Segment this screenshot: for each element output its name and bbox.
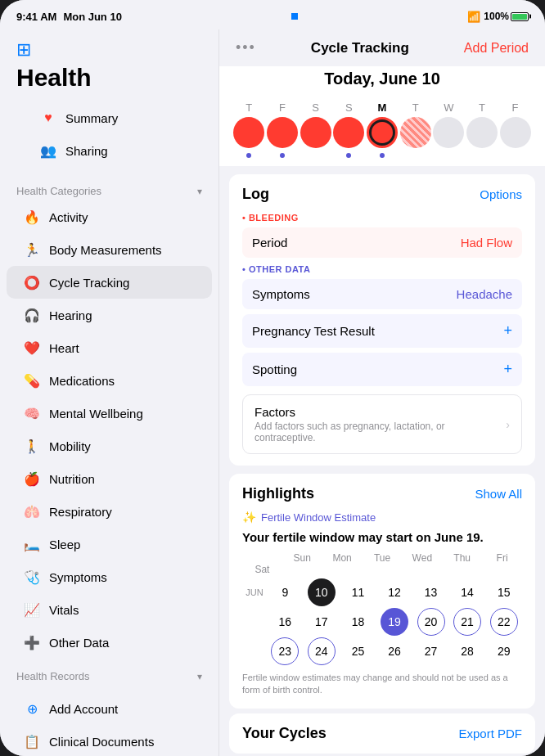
activity-icon: 🔥 [23,208,41,226]
cal-cell-14[interactable]: 14 [453,578,481,606]
dot-f2 [500,153,531,158]
sidebar-item-body[interactable]: 🏃 Body Measurements [7,233,212,266]
sidebar-item-vitals[interactable]: 📈 Vitals [7,593,212,626]
sidebar-header: ⊞ Health ♥ Summary 👥 Sharing [0,29,218,173]
day-label-s1: S [300,101,331,114]
cal-cell-13[interactable]: 13 [417,578,445,606]
cal-cell-29[interactable]: 29 [490,637,518,665]
calendar-strip[interactable]: T F S S M T W T F [219,101,545,166]
cal-cell-18[interactable]: 18 [344,608,372,636]
cal-cell-16[interactable]: 16 [271,608,299,636]
log-row-spotting[interactable]: Spotting + [242,353,522,386]
status-bar: 9:41 AM Mon Jun 10 📶 100% [0,0,545,29]
sidebar-item-sleep[interactable]: 🛏️ Sleep [7,528,212,560]
sidebar-item-add-account[interactable]: ⊕ Add Account [7,692,212,725]
sidebar-item-other[interactable]: ➕ Other Data [7,626,212,659]
cal-cell-12[interactable]: 12 [381,578,408,606]
day-circle-t1[interactable] [233,117,264,148]
highlights-header: Highlights Show All [242,485,522,502]
day-circle-t2[interactable] [400,117,431,148]
mobility-icon: 🚶 [23,437,41,455]
dot [246,153,251,158]
cal-cell-27[interactable]: 27 [417,637,445,665]
cal-cell-9[interactable]: 9 [271,578,299,606]
add-period-button[interactable]: Add Period [464,41,529,56]
sidebar-item-hearing[interactable]: 🎧 Hearing [7,299,212,331]
spotting-label: Spotting [252,362,297,376]
summary-label: Summary [65,111,118,125]
log-title: Log [242,186,269,203]
fertile-icon: ✨ [242,511,256,524]
heart-label: Heart [49,341,79,355]
heart-icon: ❤️ [23,339,41,357]
day-labels-row: T F S S M T W T F [232,101,532,114]
day-label-s2: S [333,101,364,114]
factors-sublabel: Add factors such as pregnancy, lactation… [254,421,506,443]
sidebar-item-activity[interactable]: 🔥 Activity [7,200,212,233]
log-row-pregnancy[interactable]: Pregnancy Test Result + [242,314,522,348]
mental-icon: 🧠 [23,404,41,422]
hearing-icon: 🎧 [23,306,41,324]
sharing-icon: 👥 [39,142,57,160]
content-area: ••• Cycle Tracking Add Period Today, Jun… [219,29,545,756]
day-circle-m-today[interactable] [367,117,398,148]
cal-cell-22-fertile[interactable]: 22 [490,608,518,636]
dot-s2 [333,153,364,158]
log-row-period[interactable]: Period Had Flow [242,227,522,258]
day-circle-s1[interactable] [300,117,331,148]
cal-cell-25[interactable]: 25 [344,637,372,665]
cal-cell-10-today[interactable]: 10 [308,578,336,606]
sidebar-item-nutrition[interactable]: 🍎 Nutrition [7,462,212,495]
device-frame: 9:41 AM Mon Jun 10 📶 100% ⊞ Health ♥ Sum… [0,0,545,756]
pregnancy-plus-icon[interactable]: + [503,322,512,340]
mini-calendar: Sun Mon Tue Wed Thu Fri Sat JUN 9 10 11 [242,552,522,665]
spotting-plus-icon[interactable]: + [503,361,512,378]
cal-row-2: 16 17 18 19 20 21 22 [242,608,522,636]
dot-t1 [233,153,264,158]
cal-cell-26[interactable]: 26 [381,637,408,665]
month-jun-label: JUN [242,587,267,597]
sidebar-item-clinical-docs[interactable]: 📋 Clinical Documents [7,725,212,756]
dot-t2 [400,153,431,158]
sidebar-item-symptoms[interactable]: 🩺 Symptoms [7,560,212,593]
nav-item-summary[interactable]: ♥ Summary [23,101,196,134]
nav-item-sharing[interactable]: 👥 Sharing [23,134,196,167]
show-all-button[interactable]: Show All [475,487,522,501]
day-circle-w[interactable] [433,117,464,148]
wifi-icon: 📶 [467,11,480,23]
sidebar-item-mental[interactable]: 🧠 Mental Wellbeing [7,397,212,430]
other-icon: ➕ [23,633,41,651]
day-circle-s2[interactable] [333,117,364,148]
nutrition-icon: 🍎 [23,470,41,488]
cal-cell-19-fertile-start[interactable]: 19 [381,608,408,636]
day-label-t3: T [466,101,498,114]
cal-cell-24-fertile[interactable]: 24 [308,637,336,665]
factors-chevron-icon: › [506,418,510,431]
clinical-docs-label: Clinical Documents [49,735,154,749]
cal-cell-17[interactable]: 17 [308,608,336,636]
mini-cal-sun: Sun [282,552,322,564]
cal-cell-15[interactable]: 15 [490,578,518,606]
cal-cell-28[interactable]: 28 [453,637,481,665]
cal-cell-21-fertile[interactable]: 21 [453,608,481,636]
log-row-symptoms[interactable]: Symptoms Headache [242,279,522,309]
factors-row[interactable]: Factors Add factors such as pregnancy, l… [242,394,522,454]
sidebar-item-heart[interactable]: ❤️ Heart [7,331,212,364]
sidebar-item-cycle[interactable]: ⭕ Cycle Tracking [7,266,212,299]
log-options-button[interactable]: Options [480,187,522,201]
day-dots-row [232,153,532,158]
respiratory-label: Respiratory [49,505,112,519]
sidebar-item-mobility[interactable]: 🚶 Mobility [7,430,212,462]
medications-icon: 💊 [23,371,41,389]
cal-cell-11[interactable]: 11 [344,578,372,606]
cal-cell-20-fertile[interactable]: 20 [417,608,445,636]
sidebar-item-medications[interactable]: 💊 Medications [7,364,212,397]
mini-cal-thu: Thu [442,552,482,564]
cal-cell-23-fertile[interactable]: 23 [271,637,299,665]
day-circle-t3[interactable] [466,117,498,148]
export-pdf-button[interactable]: Export PDF [458,727,522,740]
day-circle-f2[interactable] [500,117,531,148]
dot [380,153,385,158]
sidebar-item-respiratory[interactable]: 🫁 Respiratory [7,495,212,528]
day-circle-f[interactable] [267,117,298,148]
